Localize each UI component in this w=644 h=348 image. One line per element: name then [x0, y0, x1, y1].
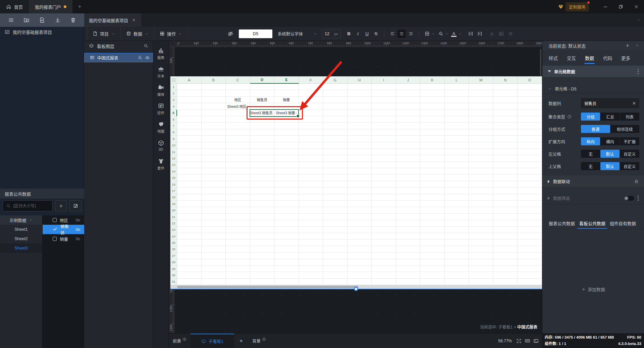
cell-M4[interactable] [469, 103, 493, 110]
cell-B13[interactable] [202, 162, 226, 168]
cell-H25[interactable] [347, 239, 372, 246]
cell-J6[interactable] [396, 116, 421, 123]
cell-B28[interactable] [202, 259, 226, 266]
cell-L14[interactable] [445, 168, 469, 175]
cell-F11[interactable] [299, 149, 323, 155]
cell-A7[interactable] [177, 123, 202, 129]
column-header-C[interactable]: C [226, 76, 250, 84]
row-header-17[interactable]: 17 [170, 188, 177, 194]
cell-I4[interactable] [372, 103, 396, 110]
cell-C17[interactable] [226, 188, 250, 194]
data-search-input[interactable] [13, 204, 49, 208]
cell-K12[interactable] [420, 155, 445, 161]
cell-H30[interactable] [347, 272, 372, 278]
cell-L18[interactable] [445, 194, 469, 201]
cell-J25[interactable] [396, 239, 421, 246]
cell-D1[interactable] [250, 84, 275, 90]
cell-N23[interactable] [493, 227, 518, 233]
cell-O3[interactable] [518, 97, 542, 103]
cell-N14[interactable] [493, 168, 518, 175]
cell-I15[interactable] [372, 175, 396, 181]
column-header-G[interactable]: G [323, 76, 347, 84]
cell-N31[interactable] [493, 279, 518, 285]
cell-A5[interactable] [177, 110, 202, 116]
cell-J23[interactable] [396, 227, 421, 233]
document-tab[interactable]: 我的空基础报表项目 ✕ [84, 13, 141, 27]
cell-O1[interactable] [518, 84, 542, 90]
row-header-8[interactable]: 8 [170, 129, 177, 136]
cell-B18[interactable] [202, 194, 226, 201]
align-left-button[interactable] [388, 30, 396, 38]
cell-C28[interactable] [226, 259, 250, 266]
cell-M18[interactable] [469, 194, 493, 201]
cell-H10[interactable] [347, 142, 372, 149]
align-center-button[interactable] [397, 30, 406, 38]
zoom-level[interactable]: 56.77% [498, 339, 512, 343]
cell-O2[interactable] [518, 90, 542, 96]
cell-K9[interactable] [420, 136, 445, 142]
cell-J27[interactable] [396, 253, 421, 259]
cell-K4[interactable] [420, 103, 445, 110]
design-canvas[interactable]: 0100200300400500600700800900100011001200… [169, 41, 542, 333]
cell-B24[interactable] [202, 233, 226, 239]
cell-C13[interactable] [226, 162, 250, 168]
cell-N3[interactable] [493, 97, 518, 103]
cell-M7[interactable] [469, 123, 493, 129]
cell-G11[interactable] [323, 149, 347, 155]
cell-A3[interactable] [177, 97, 202, 103]
option-分组[interactable]: 分组 [581, 113, 600, 121]
column-header-D[interactable]: D [250, 76, 275, 84]
cell-N24[interactable] [493, 233, 518, 239]
cell-H15[interactable] [347, 175, 372, 181]
cell-E21[interactable] [274, 214, 299, 220]
cell-H4[interactable] [347, 103, 372, 110]
cell-E28[interactable] [274, 259, 299, 266]
cell-M26[interactable] [469, 246, 493, 253]
cell-K26[interactable] [420, 246, 445, 253]
cell-N25[interactable] [493, 239, 518, 246]
cell-K20[interactable] [420, 207, 445, 213]
cell-M1[interactable] [469, 84, 493, 90]
cell-N13[interactable] [493, 162, 518, 168]
data-source-tab-3[interactable]: 组件自有数据 [610, 218, 636, 229]
cell-K31[interactable] [420, 279, 445, 285]
cell-G23[interactable] [323, 227, 347, 233]
cell-B31[interactable] [202, 279, 226, 285]
cell-J8[interactable] [396, 129, 421, 136]
new-folder-icon[interactable] [23, 17, 30, 23]
cell-O9[interactable] [518, 136, 542, 142]
font-size-input[interactable]: 12 px [322, 29, 341, 38]
cell-N29[interactable] [493, 266, 518, 272]
cell-K3[interactable] [420, 97, 445, 103]
cell-J30[interactable] [396, 272, 421, 278]
cell-G28[interactable] [323, 259, 347, 266]
cell-F13[interactable] [299, 162, 323, 168]
row-header-7[interactable]: 7 [170, 123, 177, 129]
cell-L22[interactable] [445, 220, 469, 226]
tool-item-2[interactable]: 文本 [153, 63, 169, 81]
cell-B21[interactable] [202, 214, 226, 220]
option-列表[interactable]: 列表 [620, 113, 639, 121]
cell-D26[interactable] [250, 246, 275, 253]
cell-I18[interactable] [372, 194, 396, 201]
new-file-icon[interactable] [39, 17, 45, 23]
cell-H7[interactable] [347, 123, 372, 129]
cell-F10[interactable] [299, 142, 323, 149]
cell-O18[interactable] [518, 194, 542, 201]
cell-G27[interactable] [323, 253, 347, 259]
cell-O11[interactable] [518, 149, 542, 155]
cell-O25[interactable] [518, 239, 542, 246]
row-header-31[interactable]: 31 [170, 279, 177, 285]
column-header-M[interactable]: M [469, 76, 493, 84]
cell-M29[interactable] [469, 266, 493, 272]
row-header-10[interactable]: 10 [170, 142, 177, 149]
cell-K28[interactable] [420, 259, 445, 266]
cell-N12[interactable] [493, 155, 518, 161]
cell-L8[interactable] [445, 129, 469, 136]
row-header-2[interactable]: 2 [170, 90, 177, 96]
cell-E20[interactable] [274, 207, 299, 213]
cell-I25[interactable] [372, 239, 396, 246]
row-header-11[interactable]: 11 [170, 149, 177, 155]
cell-C27[interactable] [226, 253, 250, 259]
cell-M22[interactable] [469, 220, 493, 226]
